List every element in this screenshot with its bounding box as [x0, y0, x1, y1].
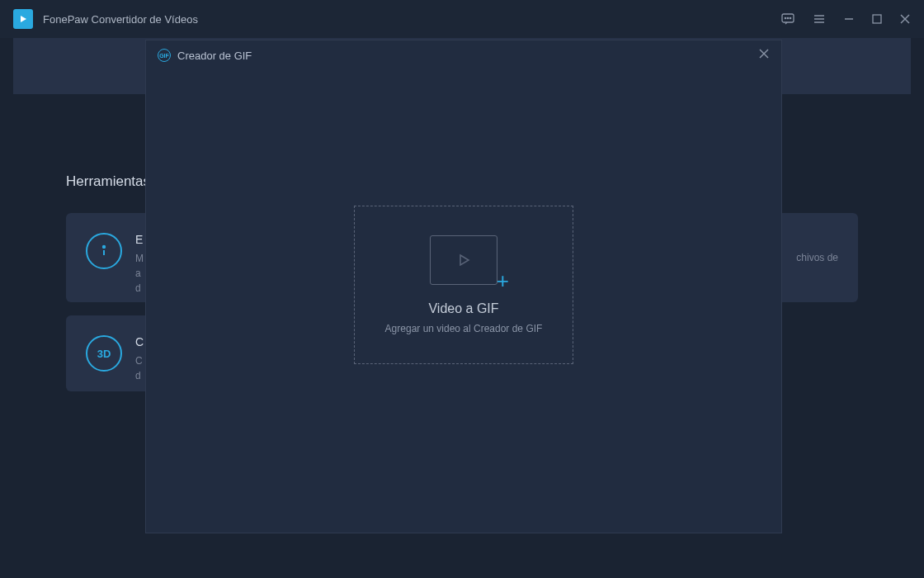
- svg-point-1: [785, 17, 785, 18]
- modal-body: + Video a GIF Agregar un video al Creado…: [146, 70, 781, 533]
- tool-title: E: [135, 233, 144, 246]
- 3d-icon: 3D: [86, 335, 122, 372]
- app-title: FonePaw Convertidor de Vídeos: [43, 13, 198, 26]
- minimize-icon[interactable]: [843, 13, 855, 25]
- feedback-icon[interactable]: [780, 12, 795, 26]
- maximize-icon[interactable]: [871, 13, 883, 25]
- tool-text: E M a d: [135, 233, 144, 282]
- titlebar-left: FonePaw Convertidor de Vídeos: [13, 9, 198, 29]
- plus-icon: +: [497, 270, 509, 291]
- titlebar: FonePaw Convertidor de Vídeos: [0, 0, 924, 38]
- dropzone-subtitle: Agregar un video al Creador de GIF: [385, 323, 543, 334]
- titlebar-right: [780, 12, 911, 26]
- menu-icon[interactable]: [812, 12, 827, 26]
- svg-point-2: [787, 17, 788, 18]
- dropzone-visual: +: [430, 235, 497, 285]
- info-icon: [86, 233, 122, 269]
- svg-rect-8: [873, 15, 881, 23]
- video-dropzone[interactable]: + Video a GIF Agregar un video al Creado…: [354, 206, 573, 364]
- 3d-icon-label: 3D: [97, 348, 111, 360]
- close-icon[interactable]: [899, 13, 911, 25]
- gif-badge-icon: GIF: [158, 49, 171, 62]
- tool-text: C C d: [135, 335, 144, 372]
- modal-title: Creador de GIF: [177, 50, 252, 62]
- modal-close-button[interactable]: [758, 48, 770, 63]
- tool-desc: C d: [135, 353, 144, 383]
- dropzone-title: Video a GIF: [428, 301, 498, 316]
- tool-title: C: [135, 335, 144, 348]
- svg-point-11: [103, 246, 105, 248]
- tool-desc-peek: chivos de: [796, 250, 838, 265]
- modal-header: GIF Creador de GIF: [146, 40, 781, 70]
- gif-creator-modal: GIF Creador de GIF + Video a GIF Agregar…: [145, 40, 782, 533]
- app-logo-icon: [13, 9, 33, 29]
- video-placeholder-icon: [430, 235, 497, 285]
- gif-badge-text: GIF: [159, 53, 169, 59]
- tool-desc: M a d: [135, 251, 144, 296]
- modal-header-left: GIF Creador de GIF: [158, 49, 252, 62]
- svg-point-3: [790, 17, 790, 18]
